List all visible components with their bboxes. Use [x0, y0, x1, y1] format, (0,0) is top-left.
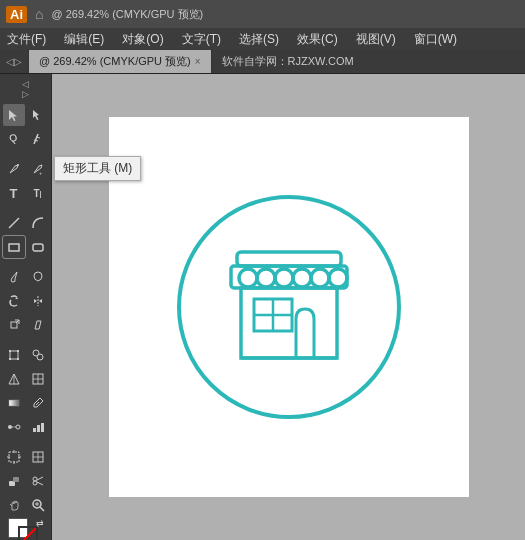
- rotate-tool[interactable]: [3, 290, 25, 312]
- gradient-tool[interactable]: [3, 392, 25, 414]
- svg-marker-16: [35, 321, 41, 329]
- menu-view[interactable]: 视图(V): [353, 29, 399, 50]
- shear-tool[interactable]: [27, 314, 49, 336]
- home-button[interactable]: ⌂: [35, 6, 43, 22]
- svg-line-30: [36, 402, 39, 405]
- color-section: ⇄ □ ⛶: [0, 518, 51, 540]
- svg-rect-36: [41, 423, 44, 432]
- line-segment-tool[interactable]: [3, 212, 25, 234]
- toolbar: ◁▷ +: [0, 74, 52, 540]
- paintbrush-tool[interactable]: [3, 266, 25, 288]
- blob-brush-tool[interactable]: [27, 266, 49, 288]
- zoom-tool[interactable]: [27, 494, 49, 516]
- svg-point-48: [33, 481, 37, 485]
- svg-marker-0: [9, 110, 17, 121]
- svg-point-32: [16, 425, 20, 429]
- menu-type[interactable]: 文字(T): [179, 29, 224, 50]
- menu-window[interactable]: 窗口(W): [411, 29, 460, 50]
- svg-rect-17: [10, 351, 18, 359]
- tab-website[interactable]: 软件自学网：RJZXW.COM: [212, 50, 364, 73]
- shop-icon: [169, 187, 409, 427]
- svg-point-64: [329, 269, 347, 287]
- svg-line-49: [37, 477, 43, 480]
- artboard-tool[interactable]: [3, 446, 25, 468]
- toolbar-collapse[interactable]: ◁▷: [15, 78, 37, 100]
- fill-stroke-indicator[interactable]: ⇄: [8, 518, 44, 540]
- add-anchor-tool[interactable]: +: [27, 158, 49, 180]
- scale-tool[interactable]: [3, 314, 25, 336]
- svg-point-47: [33, 477, 37, 481]
- svg-rect-57: [237, 252, 341, 266]
- svg-point-31: [8, 425, 12, 429]
- svg-rect-34: [33, 428, 36, 432]
- stroke-swatch[interactable]: [18, 526, 38, 540]
- svg-rect-20: [9, 358, 11, 360]
- pen-tool[interactable]: [3, 158, 25, 180]
- svg-line-2: [13, 141, 15, 144]
- svg-rect-18: [9, 350, 11, 352]
- svg-rect-46: [13, 477, 19, 482]
- free-transform-tool[interactable]: [3, 344, 25, 366]
- ai-logo: Ai: [6, 6, 27, 23]
- svg-point-63: [311, 269, 329, 287]
- arc-tool[interactable]: [27, 212, 49, 234]
- svg-point-56: [179, 197, 399, 417]
- lasso-tool[interactable]: [3, 128, 25, 150]
- swap-fill-stroke-icon[interactable]: ⇄: [36, 518, 44, 528]
- svg-rect-9: [9, 244, 19, 251]
- rounded-rect-tool[interactable]: [27, 236, 49, 258]
- menu-effect[interactable]: 效果(C): [294, 29, 341, 50]
- reflect-tool[interactable]: [27, 290, 49, 312]
- select-tool[interactable]: [3, 104, 25, 126]
- svg-point-62: [293, 269, 311, 287]
- shape-builder-tool[interactable]: [27, 344, 49, 366]
- svg-line-50: [37, 482, 43, 485]
- mesh-tool[interactable]: [27, 368, 49, 390]
- magic-wand-tool[interactable]: [27, 128, 49, 150]
- svg-rect-19: [17, 350, 19, 352]
- svg-rect-10: [33, 244, 43, 251]
- type-tool[interactable]: T: [3, 182, 25, 204]
- direct-select-tool[interactable]: [27, 104, 49, 126]
- canvas-area: [52, 74, 525, 540]
- svg-line-8: [9, 218, 19, 228]
- scissors-tool[interactable]: [27, 470, 49, 492]
- svg-rect-29: [9, 400, 19, 406]
- tab-close-button[interactable]: ×: [195, 56, 201, 67]
- main-layout: ◁▷ +: [0, 74, 525, 540]
- menu-object[interactable]: 对象(O): [119, 29, 166, 50]
- svg-point-60: [257, 269, 275, 287]
- eraser-tool[interactable]: [3, 470, 25, 492]
- menu-select[interactable]: 选择(S): [236, 29, 282, 50]
- svg-line-53: [40, 507, 44, 511]
- slice-tool[interactable]: [27, 446, 49, 468]
- svg-rect-37: [9, 452, 19, 462]
- tabs-bar: ◁▷ @ 269.42% (CMYK/GPU 预览) × 软件自学网：RJZXW…: [0, 50, 525, 74]
- svg-rect-35: [37, 425, 40, 432]
- menu-bar: 文件(F) 编辑(E) 对象(O) 文字(T) 选择(S) 效果(C) 视图(V…: [0, 28, 525, 50]
- tab-expand[interactable]: ◁▷: [0, 50, 29, 73]
- hand-tool[interactable]: [3, 494, 25, 516]
- tab-document[interactable]: @ 269.42% (CMYK/GPU 预览) ×: [29, 50, 212, 73]
- title-text: @ 269.42% (CMYK/GPU 预览): [51, 7, 203, 22]
- perspective-grid-tool[interactable]: [3, 368, 25, 390]
- svg-point-61: [275, 269, 293, 287]
- eyedropper-tool[interactable]: [27, 392, 49, 414]
- svg-rect-21: [17, 358, 19, 360]
- svg-point-23: [37, 354, 43, 360]
- svg-point-59: [239, 269, 257, 287]
- svg-point-6: [17, 164, 19, 166]
- vertical-type-tool[interactable]: T|: [27, 182, 49, 204]
- menu-file[interactable]: 文件(F): [4, 29, 49, 50]
- svg-text:+: +: [39, 170, 43, 176]
- svg-marker-1: [33, 110, 39, 120]
- column-graph-tool[interactable]: [27, 416, 49, 438]
- tab-document-label: @ 269.42% (CMYK/GPU 预览): [39, 54, 191, 69]
- title-bar: Ai ⌂ @ 269.42% (CMYK/GPU 预览): [0, 0, 525, 28]
- rect-tool[interactable]: [3, 236, 25, 258]
- tab-website-label: 软件自学网：RJZXW.COM: [222, 54, 354, 69]
- svg-marker-13: [39, 299, 42, 303]
- blend-tool[interactable]: [3, 416, 25, 438]
- menu-edit[interactable]: 编辑(E): [61, 29, 107, 50]
- svg-line-3: [34, 134, 38, 144]
